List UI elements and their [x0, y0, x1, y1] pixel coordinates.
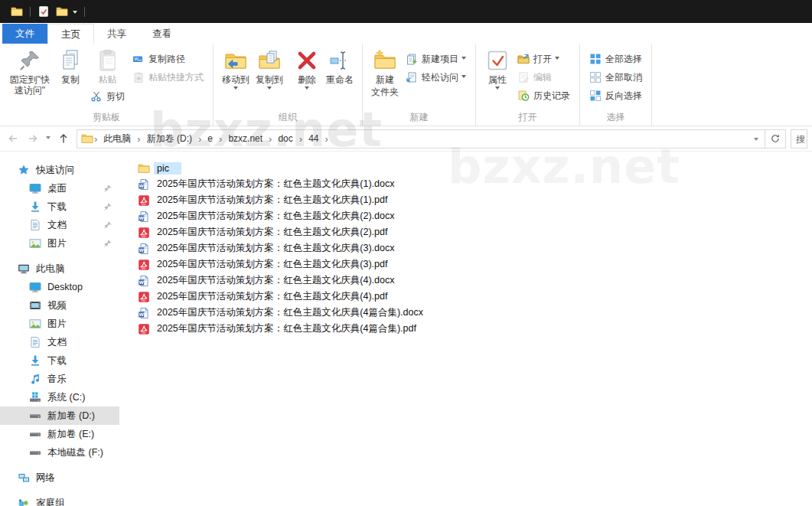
recent-locations-button[interactable] [43, 136, 54, 142]
sidebar-item[interactable]: 下载 [0, 198, 119, 216]
sidebar-item-label: 下载 [47, 354, 67, 367]
sidebar-section[interactable]: 家庭组 [0, 494, 119, 506]
sidebar-section[interactable]: 网络 [0, 468, 119, 487]
file-item[interactable]: W2025年国庆节活动策划方案：红色主题文化庆典(3).docx [138, 240, 397, 256]
download-icon [29, 354, 41, 367]
paste-icon [96, 48, 120, 73]
word-icon: W [138, 243, 150, 255]
main-area: 快速访问桌面下载文档图片此电脑Desktop视频图片文档下载音乐系统 (C:)新… [0, 152, 812, 506]
sidebar-item[interactable]: 图片 [0, 315, 119, 333]
sidebar-item[interactable]: 文档 [0, 216, 119, 234]
address-dropdown-icon[interactable] [754, 138, 758, 143]
search-input[interactable]: 搜 [791, 129, 807, 149]
invert-selection-icon [589, 90, 602, 102]
refresh-button[interactable] [765, 129, 786, 149]
delete-button[interactable]: 删除 [291, 46, 323, 94]
ribbon-group-open: 属性 打开 编辑 历史记录 [476, 44, 580, 126]
history-button[interactable]: 历史记录 [514, 87, 574, 105]
back-button[interactable] [3, 129, 23, 149]
file-item[interactable]: pic [138, 160, 181, 176]
file-name: 2025年国庆节活动策划方案：红色主题文化庆典(2).docx [154, 209, 397, 224]
copy-path-button[interactable]: W 复制路径 [129, 50, 207, 68]
breadcrumb-item[interactable]: 44 [303, 131, 324, 146]
breadcrumb-separator: › [324, 133, 329, 145]
sidebar-item[interactable]: 图片 [0, 234, 119, 253]
file-item[interactable]: W2025年国庆节活动策划方案：红色主题文化庆典(1).docx [138, 176, 397, 192]
tab-share[interactable]: 共享 [94, 24, 139, 44]
picture-icon [29, 237, 41, 250]
select-all-button[interactable]: 全部选择 [585, 50, 646, 68]
copy-button[interactable]: 复制 [54, 46, 86, 87]
cut-button[interactable]: 剪切 [86, 87, 129, 106]
sidebar-item[interactable]: 文档 [0, 333, 119, 351]
file-item[interactable]: PDF2025年国庆节活动策划方案：红色主题文化庆典(1).pdf [138, 192, 390, 208]
sidebar: 快速访问桌面下载文档图片此电脑Desktop视频图片文档下载音乐系统 (C:)新… [0, 152, 119, 506]
move-to-button[interactable]: 移动到 [219, 46, 253, 94]
dropdown-caret-icon [305, 87, 309, 92]
sidebar-item-label: 新加卷 (D:) [47, 410, 95, 423]
chevron-down-icon [46, 136, 51, 142]
file-item[interactable]: W2025年国庆节活动策划方案：红色主题文化庆典(4).docx [138, 273, 397, 289]
tab-file[interactable]: 文件 [2, 24, 47, 44]
tab-view[interactable]: 查看 [139, 24, 184, 44]
file-area[interactable]: picW2025年国庆节活动策划方案：红色主题文化庆典(1).docxPDF20… [119, 152, 812, 506]
svg-text:PDF: PDF [142, 331, 146, 334]
svg-text:PDF: PDF [142, 299, 146, 302]
svg-text:W: W [139, 312, 144, 317]
picture-icon [29, 318, 41, 330]
sidebar-item[interactable]: 桌面 [0, 179, 119, 198]
paste-shortcut-button[interactable]: 粘贴快捷方式 [129, 68, 207, 87]
file-item[interactable]: PDF2025年国庆节活动策划方案：红色主题文化庆典(4).pdf [138, 289, 390, 305]
new-item-icon [406, 53, 418, 65]
sidebar-item[interactable]: Desktop [0, 278, 119, 296]
address-box[interactable]: ›此电脑›新加卷 (D:)›e›bzxz.net›doc›44› [77, 129, 765, 149]
rename-button[interactable]: 重命名 [323, 46, 357, 87]
file-item[interactable]: W2025年国庆节活动策划方案：红色主题文化庆典(4篇合集).docx [138, 305, 426, 321]
breadcrumb-item[interactable]: 新加卷 (D:) [142, 130, 197, 148]
file-item[interactable]: W2025年国庆节活动策划方案：红色主题文化庆典(2).docx [138, 208, 397, 224]
invert-selection-button[interactable]: 反向选择 [585, 87, 646, 105]
sidebar-item[interactable]: 音乐 [0, 370, 119, 388]
chevron-down-icon[interactable] [73, 11, 77, 16]
sidebar-item[interactable]: 新加卷 (D:) [0, 406, 119, 425]
pin-to-quick-access-button[interactable]: 固定到"快速访问" [5, 46, 54, 98]
group-label-organize: 组织 [214, 111, 362, 124]
breadcrumb-item[interactable]: doc [272, 131, 298, 146]
word-icon: W [138, 275, 150, 287]
sidebar-item[interactable]: 视频 [0, 296, 119, 315]
sidebar-item[interactable]: 本地磁盘 (F:) [0, 443, 119, 462]
file-item[interactable]: PDF2025年国庆节活动策划方案：红色主题文化庆典(4篇合集).pdf [138, 321, 419, 337]
forward-button[interactable] [23, 129, 43, 149]
sidebar-item[interactable]: 系统 (C:) [0, 388, 119, 406]
folder-icon [138, 162, 150, 175]
tab-home[interactable]: 主页 [47, 24, 94, 44]
breadcrumb-item[interactable]: bzxz.net [223, 131, 268, 146]
sidebar-section[interactable]: 快速访问 [0, 161, 119, 179]
sidebar-item-label: 桌面 [47, 182, 67, 195]
sidebar-item[interactable]: 下载 [0, 351, 119, 370]
sidebar-item[interactable]: 新加卷 (E:) [0, 425, 119, 443]
ribbon-group-new: 新建 文件夹 新建项目 轻松访问 新建 [363, 44, 476, 126]
file-item[interactable]: PDF2025年国庆节活动策划方案：红色主题文化庆典(3).pdf [138, 256, 390, 273]
properties-button[interactable]: 属性 [481, 46, 514, 94]
quick-access-newfolder-button[interactable] [53, 3, 71, 20]
breadcrumb-item[interactable]: e [202, 131, 218, 146]
copy-to-button[interactable]: 复制到 [253, 46, 286, 94]
quick-access-folder-button[interactable] [8, 3, 26, 20]
paste-button[interactable]: 粘贴 [92, 46, 124, 87]
new-folder-button[interactable]: 新建 文件夹 [368, 46, 402, 100]
easy-access-button[interactable]: 轻松访问 [402, 68, 470, 87]
edit-button[interactable]: 编辑 [514, 68, 574, 87]
select-none-button[interactable]: 全部取消 [585, 68, 646, 87]
breadcrumb-item[interactable]: 此电脑 [98, 130, 136, 148]
sidebar-section[interactable]: 此电脑 [0, 260, 119, 278]
dropdown-caret-icon [267, 87, 272, 92]
video-icon [29, 299, 41, 312]
up-button[interactable] [54, 129, 73, 149]
file-item[interactable]: PDF2025年国庆节活动策划方案：红色主题文化庆典(2).pdf [138, 224, 390, 240]
refresh-icon [770, 133, 781, 144]
new-item-button[interactable]: 新建项目 [402, 50, 470, 68]
open-button[interactable]: 打开 [514, 50, 574, 68]
sidebar-section-label: 快速访问 [36, 164, 74, 177]
quick-access-properties-button[interactable] [34, 3, 53, 20]
